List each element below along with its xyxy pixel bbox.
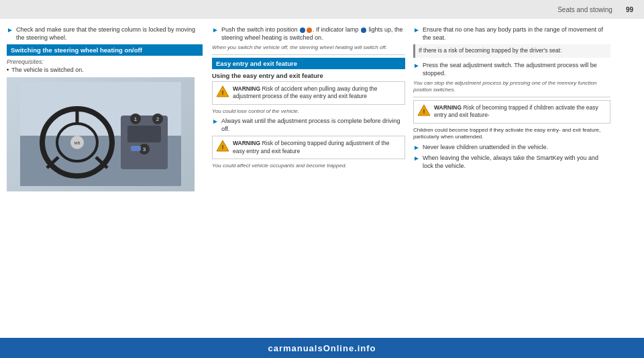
right-arrow-text-2: Press the seat adjustment switch. The ad…: [423, 61, 610, 77]
bullet-text-1: The vehicle is switched on.: [11, 66, 84, 75]
warning-box-3: ! WARNING Risk of becoming trapped if ch…: [413, 100, 610, 124]
content-area: ► Check and make sure that the steering …: [0, 19, 644, 358]
warning-label-3: WARNING: [434, 104, 462, 111]
warning-box-2: ! WARNING Risk of becoming trapped durin…: [212, 136, 405, 159]
right-arrow-text-4: When leaving the vehicle, always take th…: [423, 154, 610, 170]
bullet-dot-1: •: [7, 66, 9, 75]
right-arrow-icon-1: ►: [413, 26, 420, 42]
steering-wheel-image: MB 1 2 3: [7, 77, 195, 191]
warning-content-3: WARNING Risk of becoming trapped if chil…: [434, 104, 606, 120]
svg-text:1: 1: [134, 116, 138, 122]
right-arrow-icon-2: ►: [413, 62, 420, 77]
page-number: 99: [626, 6, 633, 13]
warning-triangle-3: !: [417, 104, 431, 116]
top-bar: Seats and stowing 99: [0, 0, 644, 19]
svg-text:!: !: [423, 108, 425, 115]
right-arrow-3: ► Never leave children unattended in the…: [413, 143, 610, 151]
bottom-bar: carmanualsOnline.info: [0, 338, 644, 358]
mid-arrow-item-1: ► Push the switch into position . If ind…: [212, 26, 405, 42]
left-arrow-item-1: ► Check and make sure that the steering …: [7, 26, 203, 42]
svg-text:!: !: [222, 89, 224, 96]
warning-triangle-1: !: [216, 85, 229, 97]
warning-label-2: WARNING: [233, 140, 260, 146]
svg-rect-17: [131, 146, 141, 151]
mid-arrow-text-1: Push the switch into position . If indic…: [221, 26, 405, 42]
mid-arrow-icon-1: ►: [212, 26, 219, 42]
right-column: ► Ensure that no one has any body parts …: [409, 26, 610, 358]
children-text: Children could become trapped if they ac…: [413, 127, 610, 141]
warning-triangle-2: !: [216, 140, 229, 152]
prereq-section: Prerequisites: • The vehicle is switched…: [7, 58, 203, 75]
dot-orange: [307, 28, 312, 33]
right-arrow-1: ► Ensure that no one has any body parts …: [413, 26, 610, 42]
mid-note-1: When you switch the vehicle off, the ste…: [212, 44, 405, 51]
mid-small-2: You could affect vehicle occupants and b…: [212, 163, 405, 169]
svg-rect-16: [127, 126, 161, 142]
section-title: Seats and stowing: [557, 6, 612, 13]
switch-heading: Switching the steering wheel heating on/…: [7, 44, 203, 56]
mid-column: ► Push the switch into position . If ind…: [208, 26, 409, 358]
warning-icon-3: !: [417, 104, 431, 116]
mid-arrow-2: ► Always wait until the adjustment proce…: [212, 117, 405, 133]
right-note-1: You can stop the adjustment process by p…: [413, 80, 610, 94]
divider-2: [413, 97, 610, 97]
svg-text:2: 2: [156, 116, 160, 122]
mid-arrow-icon-2: ►: [212, 118, 219, 133]
dot-blue-2: [361, 28, 366, 33]
right-arrow-2: ► Press the seat adjustment switch. The …: [413, 61, 610, 77]
warning-icon-1: !: [216, 85, 229, 97]
prereq-label: Prerequisites:: [7, 58, 203, 65]
mid-small-1: You could lose control of the vehicle.: [212, 108, 405, 115]
easy-entry-heading: Easy entry and exit feature: [212, 58, 405, 69]
warning-content-1: WARNING Risk of accident when pulling aw…: [233, 85, 401, 101]
mid-arrow-text-2: Always wait until the adjustment process…: [221, 117, 405, 133]
divider-1: [212, 54, 405, 55]
steering-illustration: MB 1 2 3: [20, 82, 181, 186]
bottom-logo: carmanualsOnline.info: [268, 343, 376, 353]
right-arrow-text-1: Ensure that no one has any body parts in…: [423, 26, 610, 42]
svg-text:3: 3: [143, 146, 146, 152]
using-heading: Using the easy entry and exit feature: [212, 72, 405, 79]
dot-blue: [300, 28, 305, 33]
left-arrow-text-1: Check and make sure that the steering co…: [16, 26, 203, 42]
warning-box-1: ! WARNING Risk of accident when pulling …: [212, 81, 405, 105]
warning-content-2: WARNING Risk of becoming trapped during …: [233, 140, 401, 155]
highlight-text-1: If there is a risk of becoming trapped b…: [419, 47, 561, 54]
right-arrow-text-3: Never leave children unattended in the v…: [423, 143, 548, 151]
svg-text:!: !: [222, 144, 224, 150]
bullet-item-1: • The vehicle is switched on.: [7, 66, 203, 75]
warning-icon-2: !: [216, 140, 229, 152]
highlight-box-1: If there is a risk of becoming trapped b…: [413, 44, 610, 57]
arrow-icon-1: ►: [7, 26, 13, 42]
right-arrow-4: ► When leaving the vehicle, always take …: [413, 154, 610, 170]
svg-text:MB: MB: [74, 141, 80, 145]
page-container: Seats and stowing 99 ► Check and make su…: [0, 0, 644, 358]
right-arrow-icon-3: ►: [413, 144, 420, 151]
warning-label-1: WARNING: [233, 85, 260, 92]
right-arrow-icon-4: ►: [413, 154, 420, 170]
left-column: ► Check and make sure that the steering …: [7, 26, 208, 358]
